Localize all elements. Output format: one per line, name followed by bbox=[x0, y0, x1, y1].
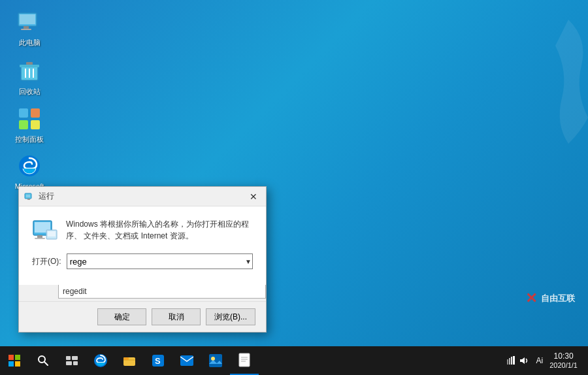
explorer-taskbar-icon bbox=[122, 353, 137, 368]
dialog-description: Windows 将根据你所输入的名称，为你打开相应的程序、 文件夹、文档或 In… bbox=[66, 217, 253, 242]
dialog-footer: 确定 取消 浏览(B)... bbox=[19, 301, 266, 332]
task-view-button[interactable] bbox=[57, 346, 86, 375]
cancel-button[interactable]: 取消 bbox=[152, 308, 201, 325]
desktop-icon-recycle-bin[interactable]: 回收站 bbox=[7, 56, 52, 99]
mail-taskbar-icon bbox=[180, 355, 194, 367]
dialog-titlebar: 运行 ✕ bbox=[19, 187, 266, 206]
desktop-icon-control-panel[interactable]: 控制面板 bbox=[7, 103, 52, 146]
svg-rect-20 bbox=[37, 235, 42, 238]
taskbar-language-indicator[interactable]: Ai bbox=[534, 356, 546, 365]
watermark-x-icon: ✕ bbox=[525, 290, 537, 307]
browse-button[interactable]: 浏览(B)... bbox=[206, 308, 255, 325]
taskbar-time-display: 10:30 bbox=[549, 351, 578, 361]
svg-rect-26 bbox=[8, 361, 14, 367]
taskbar-edge-app[interactable] bbox=[86, 346, 115, 375]
autocomplete-item-regedit[interactable]: regedit bbox=[59, 285, 265, 298]
start-button[interactable] bbox=[0, 346, 29, 375]
watermark-text: 自由互联 bbox=[541, 293, 575, 304]
this-pc-icon bbox=[16, 9, 42, 35]
dialog-body: Windows 将根据你所输入的名称，为你打开相应的程序、 文件夹、文档或 In… bbox=[19, 206, 266, 285]
microsoft-edge-icon bbox=[16, 153, 42, 179]
svg-rect-36 bbox=[123, 357, 129, 360]
run-dialog-input[interactable] bbox=[67, 253, 253, 269]
svg-rect-27 bbox=[15, 361, 20, 367]
svg-rect-39 bbox=[180, 355, 193, 366]
svg-rect-21 bbox=[35, 238, 45, 239]
control-panel-label: 控制面板 bbox=[15, 135, 44, 144]
run-icon bbox=[32, 217, 58, 243]
taskbar-clock[interactable]: 10:30 2020/1/1 bbox=[549, 351, 578, 370]
recycle-bin-icon bbox=[16, 58, 42, 84]
dialog-input-row: 打开(O): ▼ bbox=[32, 253, 253, 269]
svg-rect-48 bbox=[511, 357, 512, 365]
volume-icon bbox=[519, 356, 529, 365]
recycle-bin-label: 回收站 bbox=[19, 87, 41, 96]
run-dialog: 运行 ✕ Windows 将根据你所输入的名称，为你打开相应的程序、 文 bbox=[18, 186, 267, 333]
svg-rect-17 bbox=[27, 199, 30, 200]
taskbar-explorer-app[interactable] bbox=[115, 346, 144, 375]
autocomplete-dropdown: regedit bbox=[58, 285, 266, 299]
svg-rect-1 bbox=[20, 14, 35, 24]
svg-rect-12 bbox=[19, 120, 28, 129]
dialog-close-button[interactable]: ✕ bbox=[246, 189, 261, 204]
svg-rect-25 bbox=[15, 355, 20, 360]
svg-rect-32 bbox=[66, 361, 72, 365]
windows-flag-decoration bbox=[503, 13, 588, 144]
svg-rect-47 bbox=[509, 358, 510, 365]
svg-rect-3 bbox=[21, 29, 31, 30]
svg-rect-46 bbox=[507, 359, 508, 365]
svg-rect-40 bbox=[209, 354, 222, 367]
windows-logo-icon bbox=[8, 355, 20, 367]
taskbar-date-display: 2020/1/1 bbox=[549, 361, 578, 370]
run-dialog-icon bbox=[24, 191, 35, 202]
taskbar-photos-app[interactable] bbox=[201, 346, 230, 375]
control-panel-icon bbox=[16, 106, 42, 132]
desktop: 此电脑 回收站 控制面板 bbox=[0, 0, 588, 346]
dialog-input-wrapper: ▼ bbox=[67, 253, 253, 269]
task-view-icon bbox=[66, 356, 78, 365]
tray-icons bbox=[506, 356, 529, 365]
svg-rect-10 bbox=[19, 108, 28, 118]
svg-rect-13 bbox=[31, 120, 40, 129]
svg-rect-30 bbox=[66, 356, 71, 360]
dialog-header: Windows 将根据你所输入的名称，为你打开相应的程序、 文件夹、文档或 In… bbox=[32, 217, 253, 243]
dialog-input-label: 打开(O): bbox=[32, 256, 61, 267]
svg-rect-2 bbox=[24, 26, 29, 29]
edge-taskbar-icon bbox=[93, 353, 108, 368]
store-taskbar-icon: S bbox=[151, 353, 165, 368]
search-icon bbox=[37, 355, 49, 367]
svg-rect-24 bbox=[8, 355, 14, 360]
taskbar-tray: Ai 10:30 2020/1/1 bbox=[506, 351, 589, 370]
this-pc-label: 此电脑 bbox=[19, 38, 41, 47]
search-button[interactable] bbox=[29, 346, 57, 375]
taskbar: S bbox=[0, 346, 588, 375]
svg-rect-49 bbox=[513, 356, 515, 365]
taskbar-store-app[interactable]: S bbox=[144, 346, 172, 375]
svg-rect-31 bbox=[72, 356, 78, 360]
svg-rect-23 bbox=[48, 231, 56, 236]
svg-rect-6 bbox=[26, 62, 33, 65]
ok-button[interactable]: 确定 bbox=[97, 308, 146, 325]
svg-rect-33 bbox=[73, 361, 78, 365]
svg-text:S: S bbox=[155, 356, 161, 366]
taskbar-mail-app[interactable] bbox=[172, 346, 201, 375]
notepad-taskbar-icon bbox=[238, 353, 251, 367]
svg-rect-16 bbox=[26, 195, 30, 197]
svg-line-29 bbox=[44, 362, 48, 365]
svg-rect-42 bbox=[239, 353, 250, 367]
svg-rect-5 bbox=[20, 65, 39, 67]
taskbar-notepad-app[interactable] bbox=[230, 346, 259, 375]
svg-rect-11 bbox=[31, 108, 40, 118]
photos-taskbar-icon bbox=[208, 353, 223, 368]
dialog-title: 运行 bbox=[39, 191, 246, 202]
watermark: ✕ 自由互联 bbox=[525, 290, 575, 307]
network-icon bbox=[506, 356, 515, 365]
desktop-icon-this-pc[interactable]: 此电脑 bbox=[7, 7, 52, 50]
